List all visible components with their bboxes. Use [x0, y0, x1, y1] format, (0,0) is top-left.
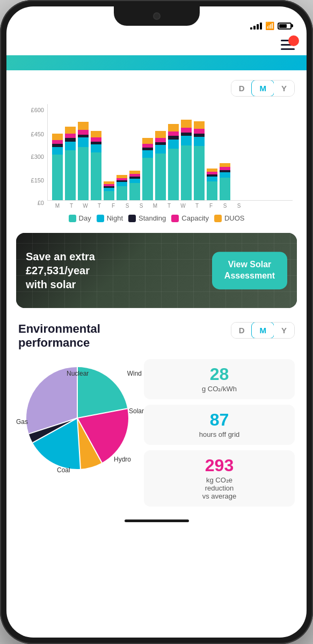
- camera: [153, 12, 161, 20]
- x-label: M: [149, 203, 161, 209]
- energy-period-tabs[interactable]: D M Y: [231, 80, 295, 97]
- coal-label: Coal: [57, 466, 70, 474]
- co2-value: 28: [151, 365, 287, 383]
- env-content: Nuclear Wind Solar Hydro Coal Gas 28 g C…: [18, 359, 295, 507]
- stats-column: 28 g CO₂/kWh 87 hours off grid 293 kg CO…: [144, 359, 295, 507]
- x-label: M: [52, 203, 63, 209]
- hours-stat-card: 87 hours off grid: [144, 405, 295, 445]
- table-row[interactable]: [104, 181, 114, 200]
- energy-bill-section: D M Y £600 £450 £300: [6, 70, 307, 228]
- table-row[interactable]: [207, 169, 217, 200]
- co2-stat-card: 28 g CO₂/kWh: [144, 359, 295, 399]
- home-bar: [125, 519, 189, 522]
- battery-icon: [278, 23, 292, 30]
- wind-label: Wind: [127, 370, 142, 377]
- list-item: Day: [69, 214, 91, 222]
- nuclear-label: Nuclear: [67, 370, 89, 377]
- view-solar-button[interactable]: View SolarAssessment: [212, 252, 287, 289]
- chart-legend: DayNightStandingCapacityDUOS: [18, 214, 295, 222]
- menu-button[interactable]: [281, 40, 295, 50]
- table-row[interactable]: [117, 175, 127, 200]
- table-row[interactable]: [129, 171, 140, 200]
- status-icons: 📶: [250, 21, 292, 30]
- env-tab-month[interactable]: M: [251, 322, 274, 339]
- env-tab-year[interactable]: Y: [274, 323, 294, 338]
- list-item: Night: [97, 214, 123, 222]
- table-row[interactable]: [194, 121, 205, 200]
- tab-year[interactable]: Y: [274, 80, 294, 96]
- x-label: S: [233, 203, 245, 209]
- gas-label: Gas: [16, 418, 28, 426]
- x-label: S: [121, 203, 133, 209]
- table-row[interactable]: [168, 124, 179, 200]
- env-header: Environmentalperformance D M Y: [18, 322, 295, 350]
- reduction-value: 293: [151, 457, 287, 474]
- scroll-content[interactable]: D M Y £600 £450 £300: [6, 33, 307, 638]
- hours-value: 87: [151, 411, 287, 428]
- hydro-label: Hydro: [114, 456, 131, 463]
- co2-unit: g CO₂/kWh: [151, 385, 287, 393]
- table-row[interactable]: [78, 122, 89, 200]
- environmental-section: Environmentalperformance D M Y Nucl: [6, 313, 307, 512]
- energy-chart: £600 £450 £300 £150 £0 MTWTFSSMTWTFSS: [18, 104, 295, 209]
- y-label-300: £300: [31, 153, 44, 160]
- bar-chart-area: [47, 104, 293, 201]
- solar-promo-text: Save an extra£27,531/yearwith solar: [26, 250, 95, 291]
- phone-screen: 📶: [6, 6, 307, 638]
- solar-label: Solar: [129, 407, 144, 415]
- reduction-stat-card: 293 kg CO₂ereductionvs average: [144, 450, 295, 507]
- table-row[interactable]: [155, 131, 166, 200]
- home-indicator: [6, 512, 307, 530]
- x-label: F: [107, 203, 119, 209]
- signal-icon: [250, 23, 262, 30]
- tab-month[interactable]: M: [251, 80, 274, 97]
- table-row[interactable]: [52, 134, 63, 200]
- hours-unit: hours off grid: [151, 430, 287, 438]
- header: [6, 33, 307, 55]
- list-item: Standing: [128, 214, 166, 222]
- promo-banner[interactable]: [6, 55, 307, 70]
- y-label-0: £0: [38, 200, 44, 206]
- env-title: Environmentalperformance: [18, 322, 100, 350]
- tab-day[interactable]: D: [231, 80, 252, 96]
- energy-bill-header: D M Y: [18, 80, 295, 97]
- list-item: Capacity: [171, 214, 209, 222]
- notch: [114, 6, 200, 26]
- y-label-150: £150: [31, 177, 44, 184]
- x-label: T: [163, 203, 175, 209]
- phone-frame: 📶: [0, 0, 313, 644]
- x-label: W: [79, 203, 91, 209]
- pie-chart-container: Nuclear Wind Solar Hydro Coal Gas: [18, 359, 136, 479]
- reduction-unit: kg CO₂ereductionvs average: [151, 476, 287, 500]
- x-labels: MTWTFSSMTWTFSS: [47, 201, 249, 209]
- pie-labels: Nuclear Wind Solar Hydro Coal Gas: [18, 359, 136, 479]
- env-period-tabs[interactable]: D M Y: [231, 322, 295, 339]
- notification-badge: [288, 35, 299, 46]
- wifi-icon: 📶: [265, 21, 274, 30]
- x-label: W: [177, 203, 189, 209]
- x-label: T: [93, 203, 105, 209]
- x-label: S: [135, 203, 147, 209]
- y-label-450: £450: [31, 131, 44, 137]
- x-label: S: [219, 203, 231, 209]
- list-item: DUOS: [214, 214, 245, 222]
- table-row[interactable]: [181, 120, 192, 200]
- table-row[interactable]: [91, 131, 101, 200]
- y-label-600: £600: [31, 107, 44, 113]
- env-tab-day[interactable]: D: [231, 323, 252, 338]
- table-row[interactable]: [220, 163, 230, 200]
- table-row[interactable]: [142, 138, 153, 200]
- x-label: T: [191, 203, 203, 209]
- table-row[interactable]: [65, 127, 76, 200]
- solar-promo-banner[interactable]: Save an extra£27,531/yearwith solar View…: [16, 233, 297, 308]
- x-label: T: [65, 203, 77, 209]
- x-label: F: [205, 203, 217, 209]
